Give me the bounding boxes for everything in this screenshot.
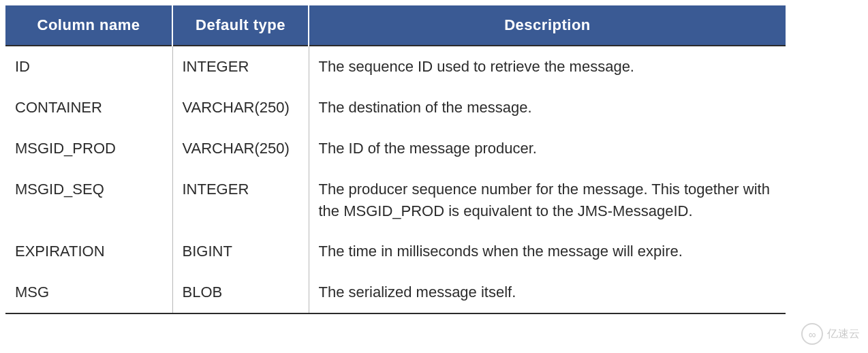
header-column-name: Column name bbox=[5, 5, 172, 46]
table-body: ID INTEGER The sequence ID used to retri… bbox=[5, 46, 786, 313]
cell-type: INTEGER bbox=[172, 46, 309, 87]
table-row: CONTAINER VARCHAR(250) The destination o… bbox=[5, 87, 786, 128]
cell-type: VARCHAR(250) bbox=[172, 87, 309, 128]
table-row: MSG BLOB The serialized message itself. bbox=[5, 272, 786, 313]
table-header: Column name Default type Description bbox=[5, 5, 786, 46]
cell-desc: The ID of the message producer. bbox=[309, 128, 786, 169]
cell-type: INTEGER bbox=[172, 169, 309, 232]
cell-type: BLOB bbox=[172, 272, 309, 313]
schema-table: Column name Default type Description ID … bbox=[5, 5, 786, 314]
cell-desc: The serialized message itself. bbox=[309, 272, 786, 313]
table-row: MSGID_SEQ INTEGER The producer sequence … bbox=[5, 169, 786, 232]
cell-desc: The destination of the message. bbox=[309, 87, 786, 128]
header-description: Description bbox=[309, 5, 786, 46]
cell-type: BIGINT bbox=[172, 231, 309, 272]
cell-name: EXPIRATION bbox=[5, 231, 172, 272]
table-row: ID INTEGER The sequence ID used to retri… bbox=[5, 46, 786, 87]
cell-name: MSG bbox=[5, 272, 172, 313]
table-row: EXPIRATION BIGINT The time in millisecon… bbox=[5, 231, 786, 272]
cell-name: MSGID_PROD bbox=[5, 128, 172, 169]
table-row: MSGID_PROD VARCHAR(250) The ID of the me… bbox=[5, 128, 786, 169]
cell-desc: The producer sequence number for the mes… bbox=[309, 169, 786, 232]
cell-type: VARCHAR(250) bbox=[172, 128, 309, 169]
cell-desc: The sequence ID used to retrieve the mes… bbox=[309, 46, 786, 87]
cell-name: CONTAINER bbox=[5, 87, 172, 128]
header-default-type: Default type bbox=[172, 5, 309, 46]
cell-desc: The time in milliseconds when the messag… bbox=[309, 231, 786, 272]
cell-name: MSGID_SEQ bbox=[5, 169, 172, 232]
cell-name: ID bbox=[5, 46, 172, 87]
